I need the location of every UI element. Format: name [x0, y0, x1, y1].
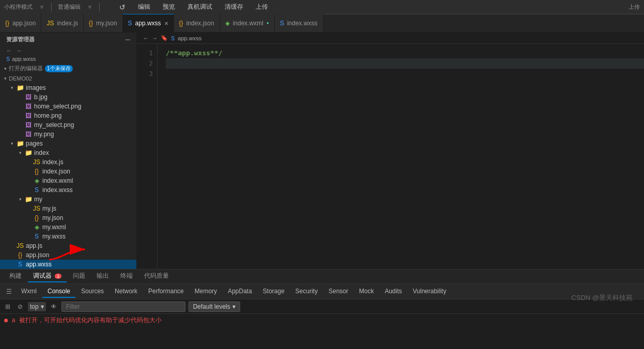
tree-label-index-js: index.js — [42, 158, 64, 166]
sidebar-header: 资源管理器 ··· — [0, 33, 136, 46]
editor-content[interactable]: 1 2 3 /**app.wxss**/ — [137, 44, 644, 269]
devtools-tab-security[interactable]: Security — [290, 285, 323, 298]
tree-item-pages[interactable]: ▾ 📁 pages — [0, 139, 136, 148]
tree-label-pages: pages — [26, 140, 43, 147]
section-label-open: 打开的编辑器 — [9, 65, 43, 72]
tab-index-js[interactable]: JS index.js — [41, 14, 84, 32]
devtools-tab-storage[interactable]: Storage — [258, 285, 290, 298]
devtools-tab-network[interactable]: Network — [109, 285, 143, 298]
tree-item-index-wxml[interactable]: ◈ index.wxml — [0, 176, 136, 185]
devtools-tab-appdata[interactable]: AppData — [223, 285, 257, 298]
section-open-editors[interactable]: ▾ 打开的编辑器 1个未保存 — [0, 63, 136, 74]
tree-label-my-js: my.js — [42, 205, 56, 212]
tab-app-wxss[interactable]: S app.wxss ✕ — [123, 14, 174, 32]
tree-item-my-js[interactable]: JS my.js — [0, 204, 136, 213]
code-comment-1: /**app.wxss**/ — [166, 49, 223, 57]
toolbar-btn-device[interactable]: 真机调试 — [184, 2, 215, 12]
tree-item-b-jpg[interactable]: 🖼 b.jpg — [0, 92, 136, 102]
toolbar-btn-upload[interactable]: 上传 — [253, 2, 271, 12]
code-lines[interactable]: /**app.wxss**/ — [158, 44, 644, 269]
tree-item-index-js[interactable]: JS index.js — [0, 157, 136, 167]
file-icon-b-jpg: 🖼 — [24, 93, 33, 101]
tab-app-json[interactable]: {} app.json — [0, 14, 41, 32]
tree-item-my-png[interactable]: 🖼 my.png — [0, 130, 136, 139]
devtools-tab-mock[interactable]: Mock — [354, 285, 379, 298]
devtools-tab-vulnerability[interactable]: Vulnerability — [407, 285, 451, 298]
devtools-tab-sources[interactable]: Sources — [76, 285, 109, 298]
panel-tab-build[interactable]: 构建 — [4, 271, 27, 282]
tree-item-images[interactable]: ▾ 📁 images — [0, 83, 136, 92]
tree-item-my-select[interactable]: 🖼 my_select.png — [0, 120, 136, 130]
breadcrumb-icon: S — [171, 35, 175, 41]
tree-item-index-folder[interactable]: ▾ 📁 index — [0, 148, 136, 157]
console-eye-btn[interactable]: 👁 — [49, 302, 58, 311]
tree-label-my-png: my.png — [34, 131, 54, 138]
toolbar-divider-2 — [99, 3, 100, 11]
tree-item-home-select[interactable]: 🖼 home_select.png — [0, 102, 136, 111]
line-numbers: 1 2 3 — [137, 44, 158, 269]
tree-item-my-wxml[interactable]: ◈ my.wxml — [0, 223, 136, 232]
file-icon-index-wxml: ◈ — [32, 177, 41, 184]
panel-tab-debugger-badge: 1 — [55, 274, 61, 279]
panel-tab-output[interactable]: 输出 — [91, 271, 114, 282]
tree-item-my-folder[interactable]: ▾ 📁 my — [0, 195, 136, 204]
panel-tab-debugger[interactable]: 调试器 1 — [28, 271, 67, 282]
console-context-select[interactable]: top ▾ — [28, 302, 46, 311]
sidebar-breadcrumb-label: app.wxss — [12, 56, 36, 62]
editor-area: ← → 🔖 S app.wxss 1 2 3 /**app.wxss**/ — [137, 33, 644, 269]
devtools-tab-console[interactable]: Console — [42, 285, 75, 298]
devtools-tab-wxml[interactable]: Wxml — [16, 285, 42, 298]
arrow-images: ▾ — [8, 85, 15, 90]
file-icon-my-wxss: S — [32, 233, 41, 240]
tab-my-json[interactable]: {} my.json — [84, 14, 122, 32]
tree-item-index-json[interactable]: {} index.json — [0, 167, 136, 176]
tree-label-home-png: home.png — [34, 112, 61, 119]
devtools-tab-memory[interactable]: Memory — [190, 285, 222, 298]
nav-back[interactable]: ← — [6, 47, 12, 54]
tree-item-index-wxss[interactable]: S index.wxss — [0, 185, 136, 195]
console-expand-btn[interactable]: ⊞ — [3, 302, 12, 311]
toolbar-btn-edit[interactable]: 编辑 — [135, 2, 153, 12]
tab-close-app-wxss[interactable]: ✕ — [164, 21, 168, 26]
toolbar-btn-clear[interactable]: 清缓存 — [222, 2, 246, 12]
context-label: top — [30, 303, 39, 310]
tab-index-wxss[interactable]: S index.wxss — [275, 14, 323, 32]
tab-label-app-wxss: app.wxss — [135, 20, 161, 27]
section-arrow-open: ▾ — [4, 66, 7, 71]
top-toolbar: 小程序模式 ▼ 普通编辑 ▼ ↺ 编辑 预览 真机调试 清缓存 上传 上传 — [0, 0, 644, 14]
tab-label-index-wxml: index.wxml — [233, 20, 263, 27]
file-icon-home-select: 🖼 — [24, 103, 33, 110]
tree-item-home-png[interactable]: 🖼 home.png — [0, 111, 136, 120]
devtools-tab-audits[interactable]: Audits — [380, 285, 407, 298]
tab-index-wxml[interactable]: ◈ index.wxml ● — [220, 14, 275, 32]
tab-index-json[interactable]: {} index.json — [174, 14, 220, 32]
tree-label-index-folder: index — [34, 149, 49, 156]
nav-forward[interactable]: → — [16, 47, 22, 54]
panel-tab-terminal[interactable]: 终端 — [115, 271, 138, 282]
panel-tab-issues[interactable]: 问题 — [68, 271, 90, 282]
devtools-tab-performance[interactable]: Performance — [143, 285, 189, 298]
tree-item-my-json[interactable]: {} my.json — [0, 213, 136, 223]
panel-tabs: 构建 调试器 1 问题 输出 终端 代码质量 — [0, 269, 644, 284]
default-levels-select[interactable]: Default levels ▾ — [189, 302, 240, 312]
tree-label-my-select: my_select.png — [34, 121, 74, 129]
editor-breadcrumb: ← → 🔖 S app.wxss — [137, 33, 644, 44]
watermark: CSDN @景天科技苑 — [571, 293, 633, 303]
sidebar-icon-more[interactable]: ··· — [125, 37, 130, 43]
devtools-tab-sensor[interactable]: Sensor — [323, 285, 353, 298]
section-project[interactable]: ▾ DEMO02 — [0, 74, 136, 83]
console-block-btn[interactable]: ⊘ — [15, 302, 25, 311]
devtools-icon-left[interactable]: ☰ — [4, 287, 13, 296]
tree-label-index-wxss: index.wxss — [42, 186, 73, 194]
breadcrumb-bookmark: 🔖 — [161, 35, 168, 41]
toolbar-btn-preview[interactable]: 预览 — [160, 2, 178, 12]
file-icon-app-json: {} — [15, 251, 25, 259]
tab-label-index-json: index.json — [186, 20, 214, 27]
file-icon-index-js: JS — [32, 158, 41, 166]
toolbar-divider-1 — [51, 3, 52, 11]
arrow-my-folder: ▾ — [17, 197, 24, 202]
default-levels-arrow: ▾ — [232, 303, 235, 310]
panel-tab-quality[interactable]: 代码质量 — [139, 271, 174, 282]
console-filter-input[interactable] — [61, 302, 185, 312]
toolbar-btn-refresh[interactable]: ↺ — [116, 2, 129, 12]
